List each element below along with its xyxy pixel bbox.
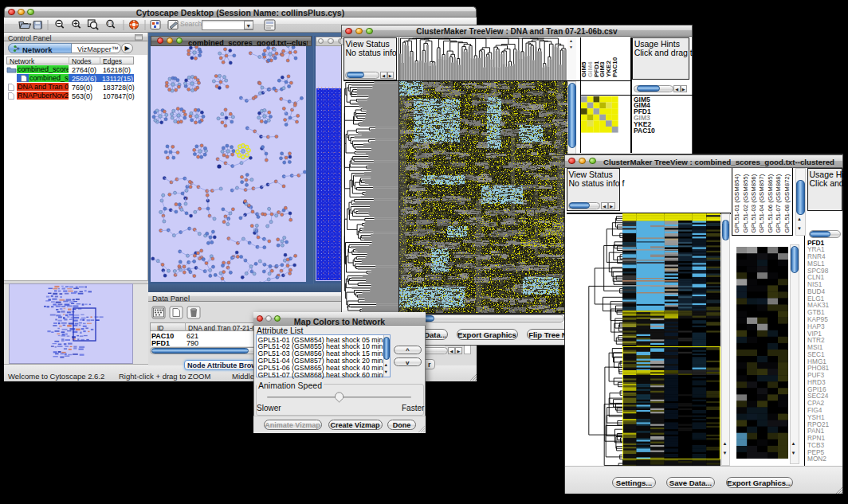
svg-text:1:1: 1:1 [108, 21, 113, 25]
svg-text:Search:: Search: [180, 20, 204, 28]
